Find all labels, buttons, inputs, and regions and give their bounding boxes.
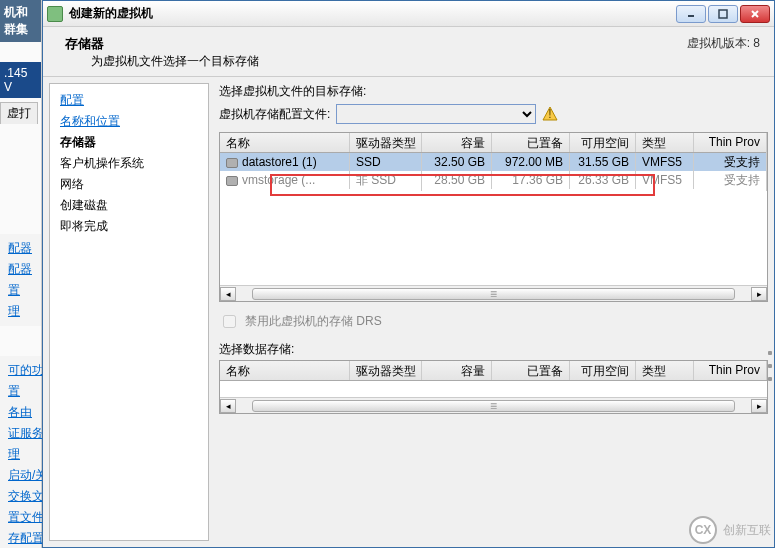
datastore-icon [226,176,238,186]
col-free[interactable]: 可用空间 [570,133,636,152]
bg-link[interactable]: 置 [4,381,37,402]
grid-header: 名称 驱动器类型 容量 已置备 可用空间 类型 Thin Prov [220,133,767,153]
horizontal-scrollbar[interactable]: ◂ ▸ [220,397,767,413]
scroll-thumb[interactable] [252,400,735,412]
col-drive-type[interactable]: 驱动器类型 [350,133,422,152]
disable-storage-drs-checkbox [223,315,236,328]
disable-storage-drs-label: 禁用此虚拟机的存储 DRS [245,313,382,330]
datastore-row[interactable]: vmstorage (... 非 SSD 28.50 GB 17.36 GB 2… [220,171,767,189]
storage-profile-label: 虚拟机存储配置文件: [219,106,330,123]
step-create-disk: 创建磁盘 [60,195,198,216]
watermark-text: 创新互联 [723,522,771,539]
main-panel: 选择虚拟机文件的目标存储: 虚拟机存储配置文件: ! 名称 驱动器类型 容量 已… [209,77,774,547]
header-subtitle: 为虚拟机文件选择一个目标存储 [65,53,259,70]
resize-grip[interactable] [766,351,774,381]
minimize-button[interactable] [676,5,706,23]
bg-link[interactable]: 理 [4,444,37,465]
col-thin[interactable]: Thin Prov [694,133,767,152]
header-title: 存储器 [65,35,259,53]
horizontal-scrollbar[interactable]: ◂ ▸ [220,285,767,301]
background-panel: 机和群集 .145 V 虚打 配器 配器 置 理 可的功 置 各由 证服务 理 … [0,0,42,548]
watermark: CX 创新互联 [689,516,771,544]
step-network: 网络 [60,174,198,195]
col-capacity[interactable]: 容量 [422,133,492,152]
bg-link[interactable]: 可的功 [4,360,37,381]
step-ready: 即将完成 [60,216,198,237]
bg-link[interactable]: 置文件 [4,507,37,528]
create-vm-dialog: 创建新的虚拟机 存储器 为虚拟机文件选择一个目标存储 虚拟机版本: 8 配置 名… [42,0,775,548]
vm-icon [47,6,63,22]
bg-header-fragment: 机和群集 [0,0,41,42]
svg-rect-1 [719,10,727,18]
col-name[interactable]: 名称 [220,133,350,152]
watermark-logo: CX [689,516,717,544]
bg-link[interactable]: 配器 [4,259,37,280]
close-button[interactable] [740,5,770,23]
bg-link[interactable]: 存配置 [4,528,37,548]
bg-link[interactable]: 各由 [4,402,37,423]
bg-ip-fragment: .145 V [0,62,41,98]
col-provisioned[interactable]: 已置备 [492,133,570,152]
step-name-location[interactable]: 名称和位置 [60,114,120,128]
maximize-button[interactable] [708,5,738,23]
wizard-steps: 配置 名称和位置 存储器 客户机操作系统 网络 创建磁盘 即将完成 [49,83,209,541]
col-type[interactable]: 类型 [636,133,694,152]
bg-link[interactable]: 理 [4,301,37,322]
bg-link[interactable]: 证服务 [4,423,37,444]
bg-link[interactable]: 交换文1 [4,486,37,507]
storage-profile-select[interactable] [336,104,536,124]
select-datastore-label: 选择数据存储: [219,341,768,358]
step-storage: 存储器 [60,132,198,153]
datastore-icon [226,158,238,168]
datastore-row[interactable]: datastore1 (1) SSD 32.50 GB 972.00 MB 31… [220,153,767,171]
step-guest-os: 客户机操作系统 [60,153,198,174]
scroll-right-arrow[interactable]: ▸ [751,287,767,301]
grid2-header: 名称 驱动器类型 容量 已置备 可用空间 类型 Thin Prov [220,361,767,381]
step-config[interactable]: 配置 [60,93,84,107]
datastore-grid-secondary: 名称 驱动器类型 容量 已置备 可用空间 类型 Thin Prov ◂ ▸ [219,360,768,414]
select-target-label: 选择虚拟机文件的目标存储: [219,83,768,100]
svg-text:!: ! [549,107,552,121]
warning-icon: ! [542,106,558,122]
titlebar[interactable]: 创建新的虚拟机 [43,1,774,27]
vm-version-label: 虚拟机版本: 8 [687,35,760,52]
scroll-left-arrow[interactable]: ◂ [220,399,236,413]
bg-link[interactable]: 配器 [4,238,37,259]
bg-link[interactable]: 启动/关 [4,465,37,486]
dialog-header: 存储器 为虚拟机文件选择一个目标存储 虚拟机版本: 8 [43,27,774,77]
scroll-right-arrow[interactable]: ▸ [751,399,767,413]
bg-tab-fragment: 虚打 [0,102,38,124]
scroll-thumb[interactable] [252,288,735,300]
bg-link[interactable]: 置 [4,280,37,301]
datastore-grid[interactable]: 名称 驱动器类型 容量 已置备 可用空间 类型 Thin Prov datast… [219,132,768,302]
dialog-title: 创建新的虚拟机 [69,5,674,22]
scroll-left-arrow[interactable]: ◂ [220,287,236,301]
